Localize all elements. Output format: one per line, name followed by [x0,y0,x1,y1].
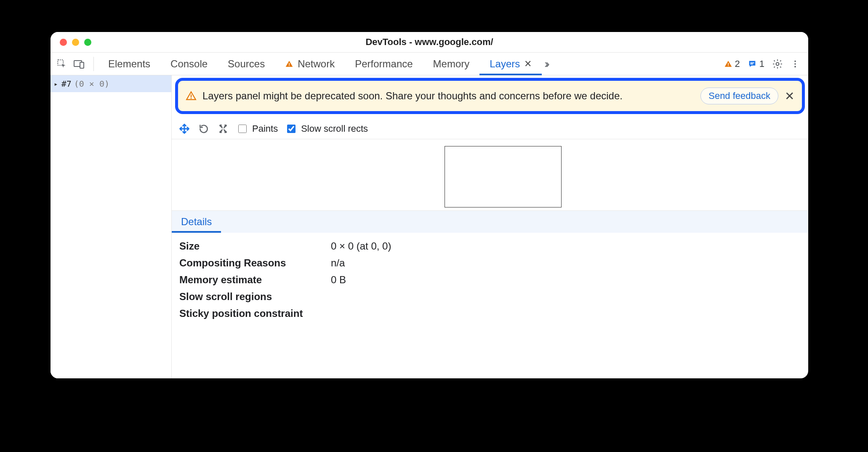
main-tabstrip: Elements Console Sources Network Perform… [51,52,808,75]
detail-value: n/a [331,257,801,269]
more-tabs-icon[interactable]: ›› [544,57,547,71]
detail-key: Size [179,240,331,252]
svg-rect-4 [289,65,290,66]
titlebar: DevTools - www.google.com/ [51,32,808,52]
svg-rect-8 [750,64,753,64]
layers-3d-canvas[interactable] [172,139,808,211]
detail-key: Compositing Reasons [179,257,331,269]
details-tab-label: Details [181,216,212,228]
banner-text: Layers panel might be deprecated soon. S… [202,90,695,102]
detail-value: 0 B [331,274,801,286]
detail-key: Sticky position constraint [179,308,331,319]
tab-label: Network [298,58,335,70]
panel-body: ▸ #7 (0 × 0) Layers panel might be depre… [51,75,808,378]
detail-row-compositing: Compositing Reasons n/a [179,255,801,271]
reset-view-icon[interactable] [217,123,229,135]
tab-label: Layers [490,58,520,70]
layers-toolbar: Paints Slow scroll rects [172,118,808,139]
detail-row-sticky: Sticky position constraint [179,305,801,322]
warning-icon [724,60,732,68]
warning-icon [186,90,197,101]
tab-label: Console [170,58,208,70]
minimize-window-button[interactable] [72,39,79,46]
tab-memory[interactable]: Memory [423,53,480,75]
separator [93,57,94,71]
detail-value: 0 × 0 (at 0, 0) [331,240,801,252]
slow-scroll-rects-checkbox-input[interactable] [287,125,296,133]
message-count: 1 [759,58,764,69]
layers-tree-sidebar: ▸ #7 (0 × 0) [51,75,172,378]
tab-performance[interactable]: Performance [345,53,423,75]
warning-count: 2 [735,58,740,69]
detail-row-slow-scroll: Slow scroll regions [179,288,801,305]
tab-label: Performance [355,58,413,70]
detail-key: Slow scroll regions [179,291,331,303]
close-window-button[interactable] [60,39,67,46]
details-tabstrip: Details [172,211,808,233]
window-title: DevTools - www.google.com/ [51,37,808,48]
svg-point-11 [794,63,796,65]
deprecation-banner: Layers panel might be deprecated soon. S… [175,78,805,114]
inspect-element-icon[interactable] [56,58,67,69]
svg-point-10 [794,60,796,62]
svg-rect-13 [191,95,192,98]
svg-rect-5 [728,63,729,65]
tab-sources[interactable]: Sources [218,53,275,75]
message-icon [748,59,757,69]
console-messages-counter[interactable]: 1 [748,58,764,69]
layer-details: Size 0 × 0 (at 0, 0) Compositing Reasons… [172,233,808,331]
paints-checkbox-input[interactable] [238,125,247,133]
svg-rect-14 [191,98,192,99]
pan-mode-icon[interactable] [178,123,190,135]
detail-row-size: Size 0 × 0 (at 0, 0) [179,238,801,255]
detail-row-memory: Memory estimate 0 B [179,271,801,288]
detail-value [331,291,801,303]
layer-node-dims: (0 × 0) [74,79,109,89]
layer-tree-row[interactable]: ▸ #7 (0 × 0) [51,75,171,92]
send-feedback-button[interactable]: Send feedback [700,88,778,104]
tab-label: Elements [108,58,150,70]
paints-label: Paints [252,123,278,134]
zoom-window-button[interactable] [84,39,91,46]
svg-rect-2 [80,62,84,68]
svg-point-12 [794,66,796,67]
warning-icon [285,60,293,68]
layer-node-label: #7 [61,79,72,89]
detail-value [331,308,801,319]
paints-checkbox[interactable]: Paints [237,123,278,134]
svg-rect-3 [289,63,290,65]
issues-warning-counter[interactable]: 2 [724,58,740,69]
tab-label: Sources [228,58,265,70]
disclosure-triangle-icon[interactable]: ▸ [54,80,58,88]
detail-key: Memory estimate [179,274,331,286]
close-banner-icon[interactable]: ✕ [785,89,794,103]
svg-rect-7 [750,62,754,63]
slow-scroll-rects-checkbox[interactable]: Slow scroll rects [285,123,368,134]
tab-network[interactable]: Network [275,53,345,75]
layers-main-pane: Layers panel might be deprecated soon. S… [172,75,808,378]
svg-rect-6 [728,65,729,66]
rotate-mode-icon[interactable] [198,123,210,135]
device-toolbar-icon[interactable] [73,58,85,69]
tab-label: Memory [433,58,470,70]
tab-layers[interactable]: Layers ✕ [479,53,542,75]
devtools-window: DevTools - www.google.com/ [51,32,808,378]
slow-scroll-rects-label: Slow scroll rects [301,123,368,134]
tab-elements[interactable]: Elements [98,53,160,75]
tab-console[interactable]: Console [160,53,218,75]
window-controls [60,39,91,46]
settings-icon[interactable] [772,58,783,69]
close-tab-icon[interactable]: ✕ [524,59,532,69]
details-tab[interactable]: Details [172,211,221,233]
more-options-icon[interactable] [791,59,800,69]
svg-point-9 [776,62,779,65]
layer-rect[interactable] [445,146,562,207]
